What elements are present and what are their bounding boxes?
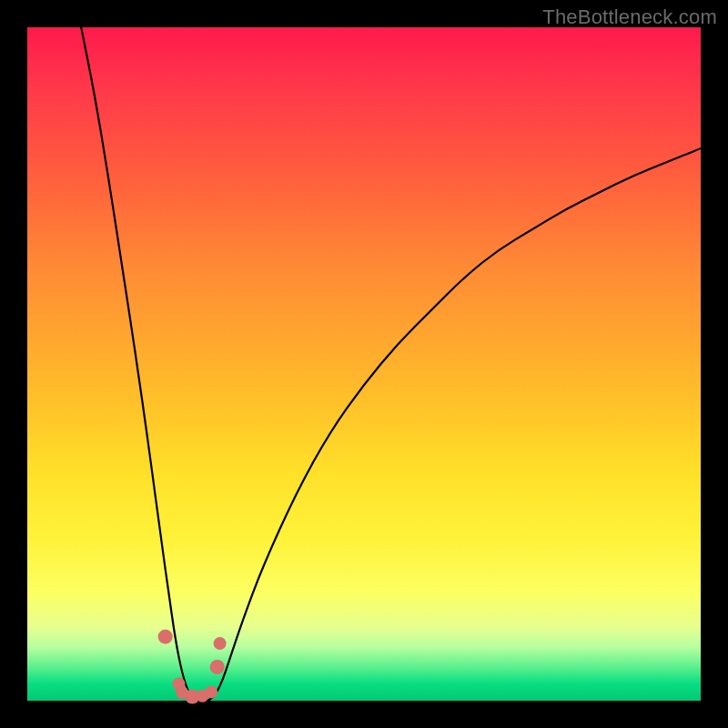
attribution-label: TheBottleneck.com [542, 5, 717, 29]
plot-area [27, 27, 701, 701]
curve-marker [158, 630, 173, 644]
curve-marker [214, 637, 227, 650]
curve-marker [210, 660, 225, 674]
chart-frame: TheBottleneck.com [0, 0, 728, 728]
curve-layer [27, 27, 701, 701]
marker-group [158, 630, 227, 704]
curve-marker [205, 685, 217, 698]
bottleneck-curve [81, 27, 701, 701]
